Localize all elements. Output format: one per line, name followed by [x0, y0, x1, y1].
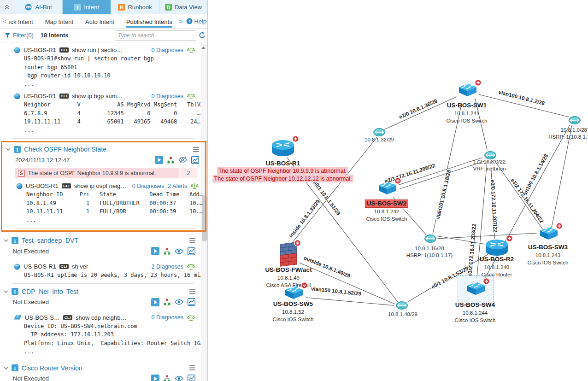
chart-icon[interactable] — [191, 156, 199, 164]
menu-icon[interactable] — [189, 365, 195, 370]
link-interface-label: inside 10.8.1.33/29 — [288, 199, 321, 238]
status-code-badge: S — [18, 170, 25, 177]
filter-link[interactable]: Filter(0) — [13, 32, 34, 39]
diagnoses-link[interactable]: 0 Diagnoses — [152, 47, 184, 53]
cli-badge: CLI — [62, 183, 71, 188]
scrollbar-up-arrow[interactable] — [201, 45, 206, 51]
diagnoses-link[interactable]: 0 Diagnoses — [152, 314, 184, 321]
device-label-us-bos-sw1[interactable]: US-BOS-SW110.8.1.241Cisco IOS Switch — [447, 101, 488, 124]
device-label-us-bos-sw3[interactable]: US-BOS-SW310.8.1.243Cisco IOS Switch — [528, 243, 569, 266]
eye-off-icon[interactable] — [178, 157, 187, 163]
intent-title[interactable]: Cisco Router Version — [22, 364, 82, 372]
tab-ai-bot[interactable]: AI-Bot — [14, 0, 63, 14]
device-label-us-bos-r2[interactable]: US-BOS-R210.8.1.240Cisco Router — [480, 255, 514, 278]
alerts-link[interactable]: 2 Alerts — [168, 183, 187, 189]
map-media-node[interactable] — [373, 128, 386, 137]
device-result-row[interactable]: US-BOS-R1 CLI sh ver 2 Diagnoses — [0, 262, 201, 271]
topology-link[interactable] — [384, 97, 457, 129]
sitemap-icon[interactable] — [164, 299, 171, 305]
chart-icon[interactable] — [188, 247, 195, 255]
device-label-us-bos-sw4[interactable]: US-BOS-SW410.8.1.244Cisco IOS Switch — [455, 301, 496, 324]
tab-intent[interactable]: IIntent — [63, 0, 111, 14]
menu-icon[interactable] — [193, 147, 199, 152]
tab-runbook[interactable]: RRunbook — [111, 0, 159, 14]
collapse-panel-button[interactable] — [0, 0, 14, 14]
map-device-us-bos-fw-act[interactable] — [280, 243, 297, 267]
intent-count: 18 Intents — [41, 32, 69, 39]
chevron-down-icon[interactable] — [4, 290, 8, 293]
tab-label: Runbook — [128, 4, 152, 11]
intent-title[interactable]: Test_sandeep_DVT — [22, 237, 78, 244]
chevron-down-icon[interactable] — [6, 148, 11, 151]
device-result-row[interactable]: US-BOS-R1 CLI show ip bgp sum… 0 Diagnos… — [0, 91, 201, 100]
plus-badge-icon — [483, 278, 490, 285]
eye-icon[interactable] — [175, 248, 183, 254]
map-device-us-bos-sw1[interactable] — [456, 82, 478, 99]
sitemap-icon[interactable] — [167, 157, 174, 164]
topology-link[interactable] — [552, 125, 572, 228]
map-media-node[interactable] — [568, 116, 581, 125]
menu-icon[interactable] — [189, 289, 195, 294]
map-media-node[interactable] — [424, 234, 437, 243]
scales-icon[interactable] — [187, 263, 195, 270]
scales-icon[interactable] — [187, 314, 195, 321]
tab-data-view[interactable]: DData View — [159, 0, 207, 14]
scales-icon[interactable] — [187, 47, 195, 53]
map-device-us-bos-sw5[interactable] — [282, 285, 304, 302]
chart-icon[interactable] — [188, 298, 195, 306]
sitemap-icon[interactable] — [164, 248, 171, 255]
topology-link[interactable] — [292, 137, 377, 243]
scroll-left-arrow[interactable]: < — [2, 18, 7, 25]
run-intent-button[interactable] — [151, 298, 159, 306]
menu-icon[interactable] — [189, 238, 195, 243]
execution-status: Not Executed — [13, 375, 49, 381]
map-device-us-bos-sw4[interactable] — [464, 281, 486, 298]
topology-map[interactable]: vlan100 10.8.1.2/28e2/0 10.8.1.36/29insi… — [208, 0, 588, 381]
diagnoses-link[interactable]: 0 Diagnoses — [152, 93, 184, 100]
alert-count[interactable]: 2 — [179, 168, 197, 178]
diagnoses-link[interactable]: 2 Diagnoses — [152, 264, 184, 270]
scales-icon[interactable] — [187, 93, 195, 100]
scroll-right-arrow[interactable]: > — [178, 18, 184, 25]
diagnoses-link[interactable]: 0 Diagnoses — [132, 183, 165, 189]
eye-icon[interactable] — [175, 299, 183, 305]
cli-output: Neighbor V AS MsgRcvd MsgSent TblV…6.7.8… — [0, 100, 201, 135]
search-input[interactable] — [115, 30, 196, 41]
run-intent-button[interactable] — [155, 156, 163, 164]
map-device-us-bos-r2[interactable] — [484, 238, 509, 258]
subtab-map-intent[interactable]: Map Intent — [45, 15, 73, 28]
chevron-down-icon[interactable] — [4, 239, 8, 242]
scales-icon[interactable] — [191, 182, 199, 189]
chevron-down-icon[interactable] — [4, 367, 8, 369]
help-button[interactable]: ?Help — [186, 18, 206, 25]
sitemap-icon[interactable] — [164, 375, 171, 381]
map-device-us-bos-sw3[interactable] — [537, 226, 559, 242]
map-media-node[interactable] — [395, 301, 408, 310]
topology-link[interactable] — [306, 298, 394, 305]
device-type: Cisco IOS Switch — [528, 259, 569, 266]
device-name: US-BOS-R2 — [480, 255, 514, 264]
eye-icon[interactable] — [175, 375, 183, 381]
device-name: US-BOS-R1 — [24, 47, 56, 53]
subtab-auto-intent[interactable]: Auto Intent — [85, 15, 114, 28]
refresh-icon[interactable] — [199, 32, 206, 39]
run-intent-button[interactable] — [151, 247, 159, 255]
device-result-row[interactable]: US-BOS-R1 CLI show run | sectio… 0 Diagn… — [0, 45, 201, 54]
chart-icon[interactable] — [188, 375, 195, 381]
device-label-us-bos-r1[interactable]: US-BOS-R1 — [266, 159, 300, 168]
device-result-row[interactable]: US-BOS-S… CLI show cdp neighb… 0 Diagnos… — [0, 313, 201, 322]
device-label-us-bos-sw5[interactable]: US-BOS-SW510.8.1.52Cisco IOS Switch — [273, 300, 314, 323]
filter-icon[interactable] — [5, 33, 11, 38]
topology-link[interactable] — [299, 263, 395, 304]
subtab-quick-intent[interactable]: ick Intent — [9, 15, 33, 28]
status-alert-row[interactable]: S The state of OSPF Neighbor 10.9.9.9 is… — [15, 168, 197, 178]
intent-section-test-sandeep-dvt: I Test_sandeep_DVT Not Executed — [0, 234, 201, 284]
subtab-published-intents[interactable]: Published Intents — [126, 15, 172, 28]
map-device-us-bos-sw2[interactable] — [376, 181, 398, 197]
intent-title[interactable]: CDP_Nei_Info_Test — [22, 288, 78, 295]
device-result-row[interactable]: US-BOS-R1 CLI show ip ospf neig… 0 Diagn… — [2, 181, 205, 190]
run-intent-button[interactable] — [151, 375, 159, 381]
device-label-us-bos-sw2[interactable]: US-BOS-SW210.8.1.242Cisco IOS Switch — [365, 199, 408, 223]
map-device-us-bos-r1[interactable] — [270, 139, 295, 158]
intent-title[interactable]: Check OSPF Neighbor State — [24, 146, 106, 153]
